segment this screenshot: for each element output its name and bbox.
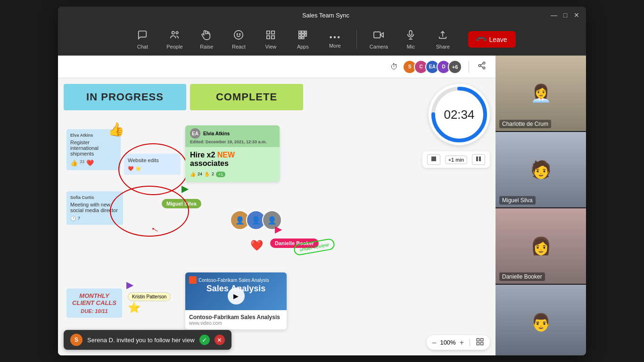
- zoom-in-button[interactable]: +: [460, 338, 464, 347]
- note-register[interactable]: Elva Atkins Register international shipm…: [66, 129, 121, 170]
- window-title: Sales Team Sync: [101, 12, 550, 19]
- svg-line-26: [480, 66, 483, 67]
- zoom-out-button[interactable]: –: [432, 338, 437, 347]
- notif-accept-button[interactable]: ✓: [199, 335, 210, 345]
- chat-icon: [137, 30, 148, 42]
- svg-rect-14: [305, 34, 307, 36]
- fit-view-button[interactable]: [476, 337, 484, 347]
- svg-point-4: [239, 33, 240, 34]
- app-window: Sales Team Sync — □ ✕ Chat People Raise: [58, 7, 586, 355]
- charlotte-name-label: Charlotte de Crum: [499, 120, 551, 128]
- card-hire-edited: Edited: December 19, 2021, 12:33 a.m.: [190, 140, 275, 144]
- timer-pause-button[interactable]: [472, 154, 485, 165]
- col-header-in-progress: IN PROGRESS: [64, 84, 186, 110]
- svg-point-25: [483, 67, 485, 69]
- svg-rect-32: [479, 156, 481, 161]
- view-icon: [265, 30, 276, 42]
- leave-button[interactable]: 📞 Leave: [468, 31, 515, 48]
- note-meeting[interactable]: Sofia Curtis Meeting with new social med…: [66, 191, 123, 225]
- mic-button[interactable]: Mic: [396, 27, 425, 52]
- card-hire-avatar: EA: [190, 128, 200, 139]
- apps-button[interactable]: Apps: [289, 27, 317, 52]
- svg-rect-11: [305, 31, 307, 33]
- green-arrow-icon: ▶: [182, 183, 189, 194]
- video-panel: 👩‍💼 Charlotte de Crum 🧑 Miguel Silva 👩 D…: [495, 56, 586, 355]
- maximize-button[interactable]: □: [561, 11, 569, 19]
- note-website-reactions: ❤️ ⭐: [128, 166, 177, 171]
- window-controls: — □ ✕: [550, 11, 580, 19]
- star-emoji-icon: ⭐: [128, 302, 140, 314]
- view-button[interactable]: View: [256, 27, 285, 52]
- heart-emoji-icon: ❤️: [250, 239, 263, 252]
- heart-red-icon: ❤️: [128, 166, 133, 171]
- miguel-name-label: Miguel Silva: [499, 196, 536, 205]
- wb-share-button[interactable]: [476, 59, 488, 74]
- notif-decline-button[interactable]: ✕: [215, 335, 225, 345]
- timer-add-button[interactable]: +1 min: [445, 156, 467, 164]
- svg-rect-21: [410, 30, 413, 35]
- chat-button[interactable]: Chat: [128, 27, 157, 52]
- svg-rect-5: [267, 31, 270, 33]
- svg-rect-6: [272, 31, 274, 33]
- timer-widget: 02:34: [429, 84, 490, 145]
- svg-point-18: [334, 36, 336, 38]
- people-icon: [169, 30, 180, 42]
- ms-logo-icon: [189, 276, 197, 284]
- purple-arrow-icon: ▶: [126, 279, 133, 290]
- svg-rect-34: [481, 338, 483, 341]
- note-meeting-reactions: 🕐 7: [70, 216, 119, 221]
- svg-rect-10: [302, 31, 305, 33]
- card-hire-author-name: Elvia Atkins: [203, 131, 230, 136]
- note-monthly-text: MONTHLY CLIENT CALLS: [70, 292, 118, 306]
- share-button[interactable]: Share: [429, 27, 457, 52]
- note-website[interactable]: Website edits ❤️ ⭐: [124, 154, 181, 175]
- minimize-button[interactable]: —: [550, 11, 558, 19]
- video-tile-charlotte: 👩‍💼 Charlotte de Crum: [495, 56, 586, 131]
- video-tile-miguel: 🧑 Miguel Silva: [495, 132, 586, 207]
- kristin-badge: Kristin Patterson: [128, 292, 171, 301]
- card-hire-text: Hire x2 NEW associates: [190, 151, 275, 168]
- hand-icon: ✋: [204, 172, 210, 177]
- timer-icon-btn[interactable]: ⏱: [390, 63, 398, 71]
- col-header-complete: COMPLETE: [190, 84, 303, 110]
- notif-avatar: S: [70, 334, 83, 346]
- svg-rect-13: [302, 34, 305, 36]
- card-hire[interactable]: EA Elvia Atkins Edited: December 19, 202…: [185, 125, 280, 182]
- people-button[interactable]: People: [160, 27, 189, 52]
- camera-button[interactable]: Camera: [364, 27, 393, 52]
- whiteboard-section[interactable]: ⏱ S C EA D +6 IN PROGRESS: [58, 56, 495, 355]
- meeting-toolbar: Chat People Raise React View: [58, 24, 586, 56]
- close-button[interactable]: ✕: [573, 11, 580, 19]
- person-imgs-cluster: 👤 👤 👤: [230, 210, 282, 230]
- note-register-reactions: 👍 33 ❤️: [70, 159, 117, 166]
- heart-icon: ❤️: [86, 159, 94, 166]
- video-embed-title: Contoso-Fabrikam Sales Analysis: [189, 314, 283, 321]
- svg-rect-20: [374, 32, 380, 38]
- timer-stop-button[interactable]: [427, 154, 440, 165]
- more-button[interactable]: More: [321, 28, 349, 51]
- col-in-progress-label: IN PROGRESS: [86, 91, 164, 103]
- svg-rect-31: [476, 156, 478, 161]
- raise-button[interactable]: Raise: [192, 27, 221, 52]
- timer-display: 02:34: [444, 107, 474, 122]
- share-icon: [438, 30, 448, 42]
- wb-canvas[interactable]: IN PROGRESS COMPLETE 02:34: [58, 78, 495, 355]
- react-button[interactable]: React: [224, 27, 253, 52]
- svg-rect-15: [299, 37, 301, 39]
- red-arrow-icon: ←: [148, 222, 163, 238]
- timer-controls: +1 min: [422, 151, 490, 168]
- svg-rect-36: [481, 343, 483, 345]
- more-icon: [330, 31, 340, 41]
- video-embed[interactable]: Contoso-Fabrikam Sales Analysis Sales An…: [185, 272, 287, 329]
- svg-point-2: [234, 30, 243, 39]
- video-brand: Contoso-Fabrikam Sales Analysis: [189, 276, 269, 284]
- video-embed-url: www.video.com: [189, 321, 283, 326]
- note-monthly[interactable]: MONTHLY CLIENT CALLS DUE: 10/11: [66, 288, 122, 318]
- zoom-bar: – 100% +: [427, 335, 490, 350]
- video-heading: Sales Analysis: [206, 284, 265, 294]
- svg-point-0: [172, 31, 175, 34]
- clock-icon: 🕐: [70, 216, 76, 221]
- apps-icon: [297, 30, 308, 42]
- card-hire-author: EA Elvia Atkins Edited: December 19, 202…: [185, 125, 280, 147]
- thumbs-up-large-icon: 👍: [108, 122, 124, 137]
